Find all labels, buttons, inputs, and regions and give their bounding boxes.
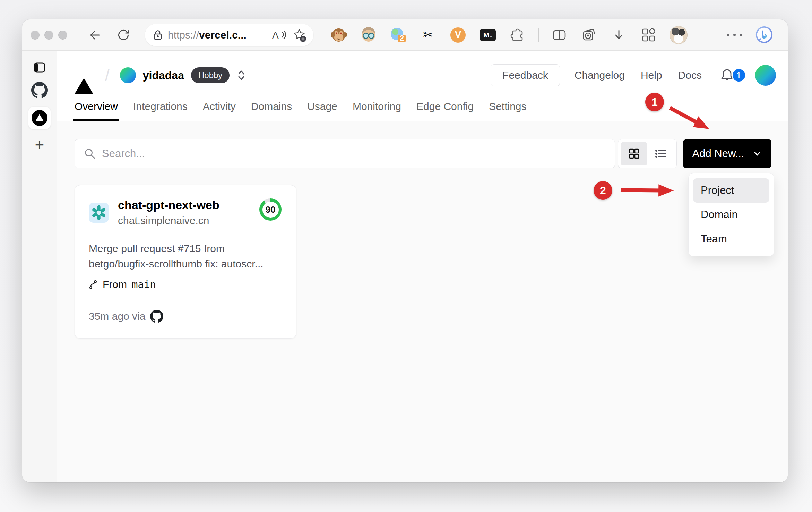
translate-glyph-icon: 2 (389, 26, 407, 44)
markdown-glyph: M↓ (480, 29, 496, 41)
dropdown-item-project[interactable]: Project (693, 178, 769, 203)
minimize-window-button[interactable] (44, 31, 53, 40)
ellipsis-icon (727, 34, 742, 36)
vercel-triangle-icon (75, 72, 93, 94)
browser-profile-avatar[interactable] (669, 25, 688, 45)
grid-view-icon (629, 148, 640, 159)
github-icon (150, 310, 163, 323)
extension-scissors-icon[interactable]: ✂ (418, 25, 438, 45)
plan-badge: Hobby (191, 67, 230, 83)
chevron-down-icon (752, 149, 762, 159)
tab-integrations[interactable]: Integrations (133, 101, 188, 121)
nav-link-help[interactable]: Help (641, 69, 662, 81)
tab-settings[interactable]: Settings (489, 101, 526, 121)
grid-view-button[interactable] (621, 142, 647, 165)
extension-persona-icon[interactable] (359, 25, 378, 45)
favorite-star-icon[interactable] (292, 28, 306, 42)
scissors-glyph: ✂ (423, 28, 433, 42)
browser-toolbar: https://vercel.c... A 2 ✂ V M↓ (22, 19, 788, 51)
lighthouse-score-ring: 90 (259, 198, 282, 221)
notification-count-badge: 1 (732, 68, 746, 83)
tab-monitoring[interactable]: Monitoring (353, 101, 401, 121)
dropdown-item-domain[interactable]: Domain (693, 203, 769, 227)
search-input[interactable] (102, 147, 606, 160)
back-arrow-icon (87, 27, 103, 43)
close-window-button[interactable] (31, 31, 40, 40)
url-host: vercel.c... (199, 29, 247, 41)
bing-chat-button[interactable] (754, 25, 774, 45)
extension-translate-icon[interactable]: 2 (389, 25, 408, 45)
extensions-puzzle-icon[interactable] (508, 25, 527, 45)
project-search (75, 139, 615, 168)
github-icon (31, 82, 48, 99)
project-domain[interactable]: chat.simplenaive.cn (118, 215, 219, 227)
address-bar[interactable]: https://vercel.c... A (145, 24, 313, 46)
collections-icon (581, 27, 597, 43)
list-view-button[interactable] (647, 142, 674, 165)
split-screen-button[interactable] (550, 25, 569, 45)
extension-markdown-icon[interactable]: M↓ (478, 25, 498, 45)
nav-link-docs[interactable]: Docs (678, 69, 702, 81)
chevron-updown-icon (236, 69, 246, 82)
search-icon (84, 148, 96, 160)
extension-vimium-icon[interactable]: V (448, 25, 468, 45)
lighthouse-score-value: 90 (262, 202, 279, 218)
view-toggle (618, 139, 677, 168)
tab-domains[interactable]: Domains (251, 101, 292, 121)
user-avatar[interactable] (755, 65, 776, 86)
tab-vercel-active[interactable] (28, 107, 51, 129)
git-branch-icon (89, 280, 98, 289)
browser-vertical-tabbar: + (22, 51, 57, 482)
add-new-dropdown: Project Domain Team (688, 173, 774, 256)
toolbar-divider (538, 28, 539, 42)
project-card[interactable]: chat-gpt-next-web chat.simplenaive.cn 90… (75, 185, 296, 339)
add-new-button[interactable]: Add New... (683, 139, 771, 168)
branch-name[interactable]: main (132, 279, 156, 290)
annotation-step-2: 2 (594, 181, 612, 200)
tab-github[interactable] (31, 82, 48, 99)
bing-icon (754, 25, 774, 45)
url-text: https://vercel.c... (168, 29, 247, 41)
tab-activity[interactable]: Activity (203, 101, 236, 121)
downloads-button[interactable] (609, 25, 629, 45)
traffic-lights (31, 31, 72, 40)
refresh-button[interactable] (116, 27, 131, 43)
breadcrumb-slash: / (105, 66, 110, 85)
list-view-icon (655, 148, 667, 159)
vercel-favicon (32, 110, 47, 126)
refresh-icon (116, 28, 131, 42)
annotation-step-1: 1 (645, 93, 664, 111)
svg-text:A: A (272, 30, 279, 41)
read-aloud-icon[interactable]: A (272, 29, 286, 41)
puzzle-glyph-icon (510, 28, 525, 42)
deploy-time: 35m ago via (89, 310, 145, 322)
dropdown-item-team[interactable]: Team (693, 227, 769, 251)
back-button[interactable] (87, 27, 103, 43)
extension-badge-count: 2 (400, 34, 404, 42)
notifications-button[interactable]: 1 (720, 68, 746, 83)
more-menu-button[interactable] (725, 25, 744, 45)
nav-link-changelog[interactable]: Changelog (575, 69, 625, 81)
team-avatar[interactable] (120, 67, 136, 83)
vercel-logo[interactable] (75, 72, 93, 78)
collections-button[interactable] (579, 25, 599, 45)
face-glasses-glyph-icon (361, 27, 377, 43)
sidebar-toggle-button[interactable] (33, 61, 46, 74)
tab-usage[interactable]: Usage (307, 101, 337, 121)
apps-launcher-button[interactable] (639, 25, 658, 45)
team-name[interactable]: yidadaa (143, 69, 184, 82)
browser-window: https://vercel.c... A 2 ✂ V M↓ (22, 19, 788, 482)
zoom-window-button[interactable] (58, 31, 67, 40)
new-tab-button[interactable]: + (35, 137, 44, 153)
project-name[interactable]: chat-gpt-next-web (118, 198, 219, 212)
monkey-glyph-icon (331, 27, 347, 43)
extension-monkey-icon[interactable] (329, 25, 348, 45)
team-switcher-button[interactable] (236, 69, 246, 82)
tab-overview[interactable]: Overview (75, 101, 118, 121)
feedback-button[interactable]: Feedback (491, 64, 560, 86)
tab-edge-config[interactable]: Edge Config (416, 101, 474, 121)
sidebar-panel-icon (33, 61, 46, 74)
vercel-content: Add New... (57, 121, 788, 482)
commit-message[interactable]: Merge pull request #715 from betgo/bugfi… (89, 241, 282, 272)
vimium-glyph: V (450, 27, 466, 43)
